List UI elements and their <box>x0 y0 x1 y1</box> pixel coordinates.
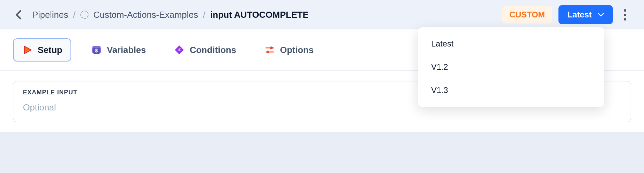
breadcrumb-separator: / <box>73 10 76 20</box>
tab-label: Variables <box>107 45 146 55</box>
page-header: Pipelines / Custom-Actions-Examples / in… <box>0 0 644 29</box>
more-menu-button[interactable] <box>619 6 631 23</box>
breadcrumb: Pipelines / Custom-Actions-Examples / in… <box>32 10 309 20</box>
version-selector[interactable]: Latest <box>558 5 613 24</box>
dropdown-item-v13[interactable]: V1.3 <box>418 79 604 102</box>
chevron-left-icon <box>15 10 22 19</box>
dot-icon <box>624 9 626 12</box>
svg-point-7 <box>267 51 269 53</box>
back-button[interactable] <box>13 9 24 20</box>
tab-setup[interactable]: Setup <box>13 38 71 62</box>
dot-icon <box>624 14 626 16</box>
tab-label: Setup <box>38 45 62 55</box>
dropdown-item-latest[interactable]: Latest <box>418 32 604 55</box>
conditions-icon: IF <box>174 44 185 55</box>
dot-icon <box>624 18 626 21</box>
breadcrumb-separator: / <box>203 10 205 20</box>
version-selector-label: Latest <box>567 10 592 19</box>
svg-point-6 <box>270 46 273 49</box>
project-placeholder-icon <box>80 11 89 19</box>
tab-label: Options <box>280 45 313 55</box>
play-icon <box>22 44 33 55</box>
breadcrumb-project[interactable]: Custom-Actions-Examples <box>93 10 198 20</box>
tab-variables[interactable]: $ Variables <box>83 39 154 61</box>
header-actions: CUSTOM Latest <box>502 5 631 24</box>
dropdown-item-v12[interactable]: V1.2 <box>418 55 604 79</box>
tab-label: Conditions <box>190 45 236 55</box>
breadcrumb-root[interactable]: Pipelines <box>32 10 68 20</box>
custom-badge: CUSTOM <box>502 6 553 24</box>
tab-options[interactable]: Options <box>256 39 322 61</box>
variables-icon: $ <box>91 44 102 55</box>
options-icon <box>264 44 275 55</box>
chevron-down-icon <box>598 12 604 18</box>
breadcrumb-current: input AUTOCOMPLETE <box>210 10 308 20</box>
svg-text:$: $ <box>95 48 98 53</box>
version-dropdown: Latest V1.2 V1.3 <box>418 27 604 107</box>
tab-conditions[interactable]: IF Conditions <box>166 39 244 61</box>
svg-text:IF: IF <box>178 48 181 52</box>
